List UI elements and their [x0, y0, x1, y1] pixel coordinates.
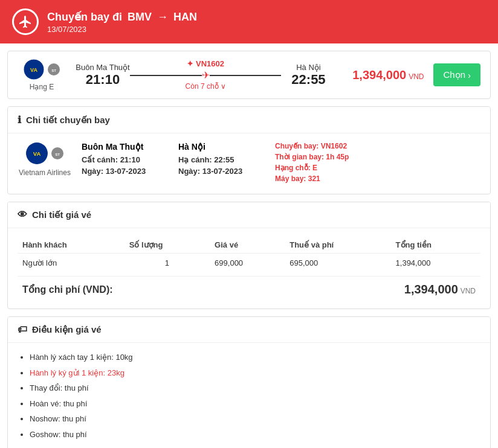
list-item: Thay đổi: thu phí: [30, 382, 480, 394]
detail-info-col: Chuyến bay: VN1602 Thời gian bay: 1h 45p…: [275, 142, 396, 185]
departure-city: Buôn Ma Thuột: [76, 63, 130, 72]
flight-detail-section: ℹ Chi tiết chuyến bay VA ST: [7, 106, 491, 194]
col-quantity: Số lượng: [124, 237, 210, 254]
conditions-list: Hành lý xách tay 1 kiện: 10kg Hành lý ký…: [18, 351, 480, 440]
ticket-table: Hành khách Số lượng Giá vé Thuế và phí T…: [18, 237, 480, 272]
info-plane-row: Máy bay: 321: [275, 174, 396, 183]
passenger-quantity: 1: [124, 254, 210, 273]
page-header: Chuyến bay đi BMV → HAN 13/07/2023: [0, 0, 498, 43]
ticket-price-title: Chi tiết giá vé: [32, 210, 91, 220]
header-date: 13/07/2023: [47, 25, 197, 34]
total-price-currency: VND: [461, 287, 476, 295]
flight-detail-body: VA ST Vietnam Airlines Buôn Ma Thuột: [8, 133, 490, 194]
seats-left[interactable]: Còn 7 chỗ ∨: [186, 82, 226, 91]
departure-block: Buôn Ma Thuột 21:10: [76, 63, 130, 88]
flight-summary-card: VA ST Hạng E Buôn Ma Thuột 21:10 ✦ VN160…: [7, 51, 491, 99]
arrival-time-row: Hạ cánh: 22:55: [178, 155, 263, 164]
flight-detail-title: Chi tiết chuyến bay: [26, 115, 110, 126]
svg-text:ST: ST: [55, 153, 60, 156]
svg-text:ST: ST: [51, 69, 56, 72]
departure-col-title: Buôn Ma Thuột: [82, 142, 166, 152]
airline-class: Hạng E: [30, 83, 54, 91]
tag-icon: 🏷: [18, 324, 27, 335]
list-item: Hoàn vé: thu phí: [30, 398, 480, 410]
ticket-price-section: 👁 Chi tiết giá vé Hành khách Số lượng Gi…: [7, 202, 491, 309]
ticket-table-header-row: Hành khách Số lượng Giá vé Thuế và phí T…: [18, 237, 480, 254]
col-tax: Thuế và phí: [285, 237, 390, 254]
header-title: Chuyến bay đi BMV → HAN: [47, 10, 197, 24]
conditions-title: Điều kiện giá vé: [32, 324, 102, 335]
eye-icon: 👁: [18, 210, 27, 220]
detail-airline: VA ST Vietnam Airlines: [18, 142, 72, 177]
arrival-block: Hà Nội 22:55: [281, 63, 335, 88]
conditions-body: Hành lý xách tay 1 kiện: 10kg Hành lý ký…: [8, 343, 490, 448]
departure-date-row: Ngày: 13-07-2023: [82, 167, 166, 176]
ticket-price-body: Hành khách Số lượng Giá vé Thuế và phí T…: [8, 228, 490, 309]
detail-airline-logo: VA ST: [25, 142, 64, 165]
header-text: Chuyến bay đi BMV → HAN 13/07/2023: [47, 10, 197, 34]
flight-route: Buôn Ma Thuột 21:10 ✦ VN1602 ✈ Còn 7 chỗ…: [76, 59, 335, 91]
passenger-type: Người lớn: [18, 254, 124, 273]
detail-skyteam-badge: ST: [51, 147, 64, 160]
departure-time-row: Cất cánh: 21:10: [82, 155, 166, 164]
info-flight-row: Chuyến bay: VN1602: [275, 142, 396, 150]
info-icon: ℹ: [18, 114, 21, 126]
col-passenger: Hành khách: [18, 237, 124, 254]
flight-icon-container: [12, 8, 39, 35]
detail-cols: Buôn Ma Thuột Cất cánh: 21:10 Ngày: 13-0…: [82, 142, 480, 185]
arrival-date-row: Ngày: 13-07-2023: [178, 167, 263, 176]
vietnam-airlines-logo: VA: [23, 59, 45, 80]
info-class-row: Hạng chỗ: E: [275, 164, 396, 172]
conditions-header: 🏷 Điều kiện giá vé: [8, 317, 490, 343]
total-label: Tổng chi phí (VND):: [22, 284, 113, 295]
plane-icon: ✈: [202, 69, 210, 81]
list-item: Hành lý ký gửi 1 kiện: 23kg: [30, 367, 480, 379]
ticket-table-body: Người lớn 1 699,000 695,000 1,394,000: [18, 254, 480, 273]
price-currency: VND: [409, 72, 424, 81]
list-item: Goshow: thu phí: [30, 429, 480, 441]
departure-time: 21:10: [76, 72, 130, 88]
conditions-section: 🏷 Điều kiện giá vé Hành lý xách tay 1 ki…: [7, 316, 491, 448]
info-duration-row: Thời gian bay: 1h 45p: [275, 153, 396, 161]
ticket-price-val: 699,000: [210, 254, 285, 273]
detail-airline-name: Vietnam Airlines: [19, 168, 71, 177]
flight-middle: ✦ VN1602 ✈ Còn 7 chỗ ∨: [130, 59, 281, 91]
airline-logo: VA ST Hạng E: [18, 59, 66, 91]
flight-detail-header: ℹ Chi tiết chuyến bay: [8, 107, 490, 133]
skyteam-badge: ST: [47, 63, 60, 76]
line-left: [130, 75, 202, 76]
flight-number: ✦ VN1602: [187, 59, 224, 68]
table-row: Người lớn 1 699,000 695,000 1,394,000: [18, 254, 480, 273]
arrival-city: Hà Nội: [281, 63, 335, 72]
flight-icon: [18, 14, 33, 29]
total-price: 1,394,000: [404, 283, 458, 296]
col-ticket-price: Giá vé: [210, 237, 285, 254]
detail-va-logo: VA: [25, 142, 48, 165]
select-button[interactable]: Chọn ›: [433, 63, 480, 86]
detail-departure-col: Buôn Ma Thuột Cất cánh: 21:10 Ngày: 13-0…: [82, 142, 166, 185]
price-block: 1,394,000 VND: [345, 68, 424, 82]
arrival-col-title: Hà Nội: [178, 142, 263, 152]
arrival-time: 22:55: [281, 72, 335, 88]
detail-flight-row: VA ST Vietnam Airlines Buôn Ma Thuột: [18, 142, 480, 185]
row-total-val: 1,394,000: [391, 254, 480, 273]
price-amount: 1,394,000: [352, 68, 406, 82]
total-price-block: 1,394,000 VND: [404, 283, 476, 296]
col-total: Tổng tiền: [391, 237, 480, 254]
ticket-price-header: 👁 Chi tiết giá vé: [8, 202, 490, 228]
line-right: [210, 75, 282, 76]
svg-text:VA: VA: [33, 150, 41, 157]
total-row: Tổng chi phí (VND): 1,394,000 VND: [18, 276, 480, 300]
list-item: Noshow: thu phí: [30, 413, 480, 425]
flight-line: ✈: [130, 69, 281, 81]
ticket-table-head: Hành khách Số lượng Giá vé Thuế và phí T…: [18, 237, 480, 254]
svg-text:VA: VA: [30, 67, 37, 73]
detail-arrival-col: Hà Nội Hạ cánh: 22:55 Ngày: 13-07-2023: [178, 142, 263, 185]
list-item: Hành lý xách tay 1 kiện: 10kg: [30, 351, 480, 363]
tax-val: 695,000: [285, 254, 390, 273]
